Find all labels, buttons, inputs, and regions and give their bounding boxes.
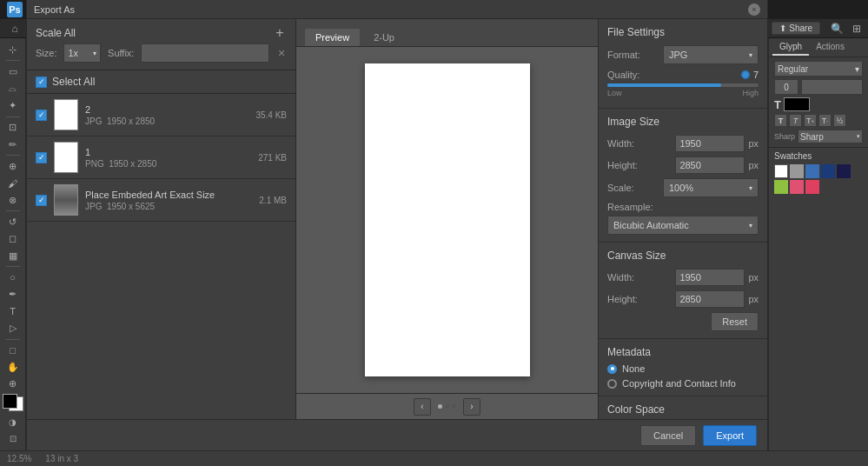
search-icon[interactable]: 🔍 [831, 23, 844, 35]
sharp-dropdown[interactable]: Sharp ▾ [798, 130, 863, 143]
layer-name-3: Place Embeded Art Exact Size [85, 190, 252, 200]
delete-scale-button[interactable]: × [276, 46, 287, 60]
canvas-height-label: Height: [607, 294, 638, 304]
tool-shape-icon[interactable]: □ [3, 343, 23, 358]
tab-preview[interactable]: Preview [305, 29, 360, 46]
tab-2up[interactable]: 2-Up [363, 29, 405, 46]
swatch-red[interactable] [805, 180, 819, 194]
tool-hand-icon[interactable]: ✋ [3, 359, 23, 375]
add-scale-button[interactable]: + [273, 26, 287, 40]
screen-mode-icon[interactable]: ⊡ [3, 431, 23, 447]
layer-size-3: 2.1 MB [259, 196, 287, 205]
scale-dropdown[interactable]: 100% ▾ [663, 178, 759, 197]
layer-thumb-3 [54, 184, 78, 216]
bold-button[interactable]: T [774, 114, 787, 127]
metadata-none-label: None [622, 363, 645, 374]
cancel-button[interactable]: Cancel [640, 425, 696, 446]
layer-item[interactable]: ✓ 1 PNG 1950 x 2850 271 KB [27, 136, 295, 179]
img-height-label: Height: [607, 160, 638, 170]
canvas-size-title: Canvas Size [607, 250, 759, 262]
font-family-dropdown[interactable]: Regular ▾ [774, 61, 863, 77]
tool-move-icon[interactable]: ⊹ [3, 42, 23, 57]
layer-checkbox-1[interactable]: ✓ [36, 110, 47, 121]
tool-text-icon[interactable]: T [3, 303, 23, 319]
next-button[interactable]: › [463, 398, 480, 416]
swatch-gray[interactable] [790, 164, 804, 178]
tool-brush-icon[interactable]: 🖌 [3, 175, 23, 190]
metadata-copyright-label: Copyright and Contact Info [622, 378, 736, 389]
text-label-t: T [774, 98, 781, 111]
foreground-color[interactable] [3, 394, 17, 409]
tool-gradient-icon[interactable]: ▦ [3, 248, 23, 263]
tool-healing-icon[interactable]: ⊕ [3, 158, 23, 174]
tab-actions[interactable]: Actions [809, 39, 851, 56]
img-width-input[interactable] [675, 135, 745, 152]
prev-button[interactable]: ‹ [414, 398, 431, 416]
tool-zoom-icon[interactable]: ⊕ [3, 376, 23, 392]
layer-meta-1: JPG 1950 x 2850 [85, 116, 248, 126]
share-button[interactable]: ⬆ Share [772, 22, 820, 35]
quality-high-label: High [742, 89, 759, 97]
select-all-checkbox[interactable]: ✓ [36, 77, 47, 88]
fraction-button[interactable]: ½ [833, 114, 846, 127]
tool-lasso-icon[interactable]: ⌓ [3, 81, 23, 97]
scale-select[interactable]: 1x ▾ [63, 43, 101, 63]
swatch-blue-mid[interactable] [821, 164, 835, 178]
tool-marquee-icon[interactable]: ▭ [3, 63, 23, 79]
text-color-swatch[interactable] [784, 97, 810, 111]
layer-item[interactable]: ✓ Place Embeded Art Exact Size JPG 1950 … [27, 179, 295, 222]
home-icon[interactable]: ⌂ [7, 21, 23, 37]
swatch-blue-dark[interactable] [837, 164, 851, 178]
dialog-title: Export As [34, 4, 75, 15]
suffix-input[interactable] [141, 43, 269, 63]
tool-path-icon[interactable]: ▷ [3, 321, 23, 336]
select-all-row: ✓ Select All [27, 70, 295, 94]
close-button[interactable]: × [748, 3, 760, 16]
layer-checkbox-3[interactable]: ✓ [36, 195, 47, 206]
layer-item[interactable]: ✓ 2 JPG 1950 x 2850 35.4 KB [27, 94, 295, 136]
swatch-green[interactable] [774, 180, 788, 194]
canvas-width-input[interactable] [675, 269, 745, 286]
quality-slider[interactable] [607, 83, 759, 87]
resample-label: Resample: [607, 202, 653, 212]
size-label: Size: [36, 48, 56, 58]
swatch-blue-light[interactable] [805, 164, 819, 178]
layer-meta-2: PNG 1950 x 2850 [85, 159, 251, 169]
superscript-button[interactable]: T+ [804, 114, 817, 127]
tool-pen-icon[interactable]: ✒ [3, 287, 23, 303]
img-height-unit: px [748, 160, 759, 170]
tool-history-icon[interactable]: ↺ [3, 214, 23, 230]
tool-crop-icon[interactable]: ⊡ [3, 119, 23, 135]
img-width-unit: px [748, 138, 759, 149]
metadata-copyright-option[interactable]: Copyright and Contact Info [607, 378, 759, 389]
resample-dropdown[interactable]: Bicubic Automatic ▾ [607, 216, 759, 235]
kerning-input[interactable] [801, 79, 863, 95]
swatch-pink[interactable] [790, 180, 804, 194]
swatches-title: Swatches [774, 151, 863, 161]
font-size-input[interactable]: 0 [774, 79, 798, 95]
tool-eraser-icon[interactable]: ◻ [3, 231, 23, 247]
canvas-height-input[interactable] [675, 290, 745, 308]
quick-mask-icon[interactable]: ◑ [3, 414, 23, 429]
swatch-white[interactable] [774, 164, 788, 178]
metadata-none-option[interactable]: None [607, 363, 759, 374]
tool-dodge-icon[interactable]: ○ [3, 270, 23, 285]
quality-radio[interactable] [741, 70, 750, 79]
img-width-label: Width: [607, 138, 634, 149]
dialog-footer: Cancel Export [27, 419, 767, 450]
tool-magic-wand-icon[interactable]: ✦ [3, 97, 23, 113]
subscript-button[interactable]: T- [818, 114, 832, 127]
img-height-input[interactable] [675, 156, 745, 174]
italic-button[interactable]: T [789, 114, 802, 127]
reset-button[interactable]: Reset [711, 312, 759, 331]
workspace-icon[interactable]: ⊞ [852, 23, 861, 35]
status-bar: 12.5% 13 in x 3 [0, 450, 868, 466]
export-button[interactable]: Export [703, 425, 757, 446]
tool-clone-icon[interactable]: ⊗ [3, 192, 23, 208]
layer-info-3: Place Embeded Art Exact Size JPG 1950 x … [85, 190, 252, 211]
format-dropdown[interactable]: JPG ▾ [663, 45, 759, 64]
layer-checkbox-2[interactable]: ✓ [36, 152, 47, 163]
zoom-level: 12.5% [7, 454, 31, 463]
tool-eyedropper-icon[interactable]: ✏ [3, 136, 23, 152]
tab-glyph[interactable]: Glyph [772, 39, 809, 56]
